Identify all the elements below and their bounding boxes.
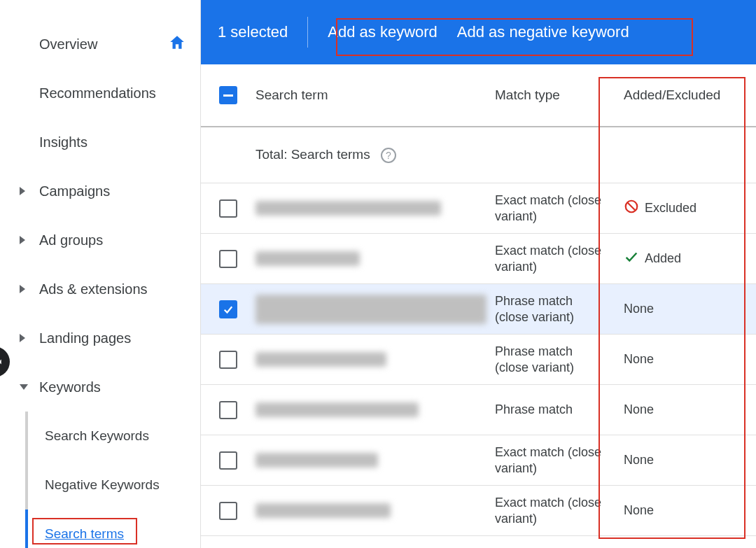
svg-line-1 <box>628 203 636 211</box>
added-excluded-status: None <box>624 402 756 417</box>
row-checkbox[interactable] <box>219 451 237 470</box>
match-type-text: Exact match (close variant) <box>495 243 612 274</box>
add-as-negative-keyword-button[interactable]: Add as negative keyword <box>457 23 629 41</box>
nav-landing-pages[interactable]: Landing pages <box>0 314 200 363</box>
nav-campaigns[interactable]: Campaigns <box>0 167 200 216</box>
search-term-text: scooter eléctrico para adultos <box>255 201 441 216</box>
added-icon <box>624 249 639 268</box>
selection-count: 1 selected <box>218 23 288 41</box>
nav-label: Ad groups <box>39 232 103 248</box>
sidebar-nav: Overview Recommendations Insights Campai… <box>0 0 201 548</box>
table-row[interactable]: affordable electric scooterPhrase matchN… <box>201 385 756 435</box>
nav-ads-extensions[interactable]: Ads & extensions <box>0 265 200 314</box>
match-type-text: Phrase match <box>495 402 612 418</box>
added-excluded-status: None <box>624 503 756 518</box>
home-icon <box>168 34 186 55</box>
table-row[interactable]: scooter eléctrico para adultosExact matc… <box>201 183 756 234</box>
table-row[interactable]: buy electric scooterExact match (close v… <box>201 435 756 486</box>
added-excluded-status: Added <box>624 249 756 268</box>
subnav-label: Negative Keywords <box>45 477 160 493</box>
nav-label: Insights <box>39 134 88 150</box>
row-checkbox[interactable] <box>219 401 237 419</box>
row-checkbox[interactable] <box>219 250 237 268</box>
col-header-match-type[interactable]: Match type <box>495 87 612 104</box>
nav-recommendations[interactable]: Recommendations <box>0 69 200 118</box>
selection-action-bar: 1 selected Add as keyword Add as negativ… <box>201 0 756 64</box>
col-header-search-term[interactable]: Search term <box>255 87 495 103</box>
search-term-text: affordable electric scooter <box>255 402 419 417</box>
nav-keywords-subgroup: Search Keywords Negative Keywords Search… <box>25 412 200 548</box>
divider <box>307 17 308 48</box>
col-header-added-excluded[interactable]: Added/Excluded <box>612 87 756 103</box>
table-total-row: Total: Search terms ? <box>201 127 756 183</box>
total-label: Total: Search terms <box>255 147 370 162</box>
subnav-search-keywords[interactable]: Search Keywords <box>28 412 200 461</box>
match-type-text: Exact match (close variant) <box>495 192 612 224</box>
row-checkbox[interactable] <box>219 351 237 369</box>
subnav-label: Search Keywords <box>45 428 149 444</box>
row-checkbox[interactable] <box>219 502 237 520</box>
add-as-keyword-button[interactable]: Add as keyword <box>328 23 438 41</box>
added-excluded-status: None <box>624 453 756 468</box>
search-term-text: electric travel scooter <box>255 503 391 518</box>
search-term-text: buy electric scooter <box>255 453 378 468</box>
nav-label: Landing pages <box>39 330 131 346</box>
chevron-right-icon <box>20 285 25 293</box>
search-terms-table: Search term Match type Added/Excluded To… <box>201 64 756 548</box>
table-row[interactable]: scooters for saleExact match (close vari… <box>201 234 756 284</box>
main-content: 1 selected Add as keyword Add as negativ… <box>201 0 756 548</box>
subnav-negative-keywords[interactable]: Negative Keywords <box>28 461 200 510</box>
table-header-row: Search term Match type Added/Excluded <box>201 64 756 127</box>
added-excluded-status: None <box>624 302 756 316</box>
match-type-text: Exact match (close variant) <box>495 495 612 526</box>
match-type-text: Phrase match (close variant) <box>495 344 612 375</box>
select-all-checkbox[interactable] <box>219 86 237 104</box>
excluded-icon <box>624 199 639 218</box>
table-row[interactable]: scooters for sale seoPhrase match (close… <box>201 335 756 385</box>
subnav-search-terms[interactable]: Search terms <box>25 510 200 548</box>
table-row[interactable]: electric travel scooterExact match (clos… <box>201 486 756 536</box>
row-checkbox[interactable] <box>219 199 237 218</box>
nav-label: Ads & extensions <box>39 281 148 297</box>
added-excluded-status: None <box>624 352 756 367</box>
nav-label: Recommendations <box>39 85 156 101</box>
chevron-right-icon <box>20 236 25 244</box>
nav-label: Keywords <box>39 379 101 395</box>
search-term-text: scooters for sale seo <box>255 352 386 367</box>
search-term-text: motorcycle scooters for sale near me <box>255 295 486 324</box>
nav-label: Overview <box>39 36 97 52</box>
added-excluded-status: Excluded <box>624 199 756 218</box>
chevron-right-icon <box>20 334 25 342</box>
subnav-label: Search terms <box>45 526 124 542</box>
row-checkbox[interactable] <box>219 300 237 318</box>
chevron-right-icon <box>20 187 25 195</box>
help-icon[interactable]: ? <box>381 148 396 163</box>
search-term-text: scooters for sale <box>255 251 360 266</box>
nav-keywords[interactable]: Keywords <box>0 363 200 412</box>
nav-label: Campaigns <box>39 183 110 199</box>
chevron-down-icon <box>20 384 28 390</box>
match-type-text: Exact match (close variant) <box>495 444 612 476</box>
nav-ad-groups[interactable]: Ad groups <box>0 216 200 265</box>
nav-overview[interactable]: Overview <box>0 20 200 69</box>
match-type-text: Phrase match (close variant) <box>495 293 612 325</box>
table-row[interactable]: motorcycle scooters for sale near mePhra… <box>201 284 756 335</box>
nav-insights[interactable]: Insights <box>0 118 200 167</box>
